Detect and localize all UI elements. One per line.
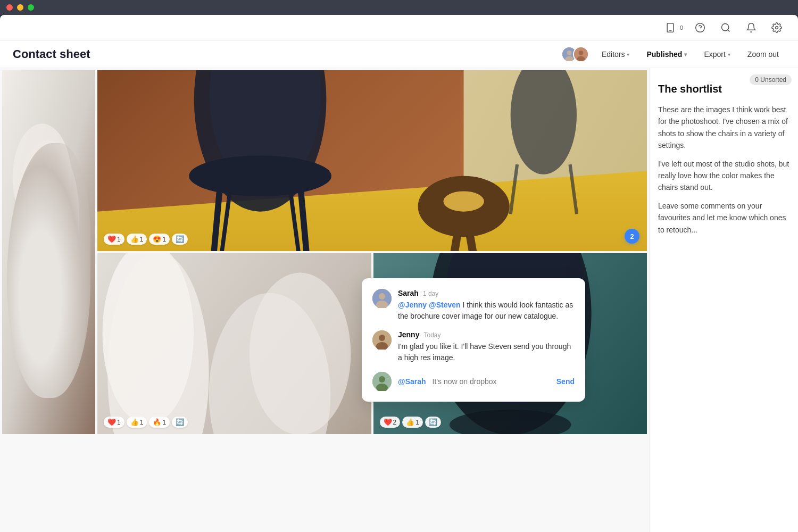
export-button[interactable]: Export ▾	[697, 47, 736, 62]
br-reaction-cycle[interactable]: 🔄	[425, 417, 441, 428]
br-reaction-thumbsup[interactable]: 👍 1	[402, 417, 423, 428]
comment-avatar-steven	[372, 372, 392, 391]
avatar-editor-2	[573, 46, 589, 62]
close-button[interactable]	[6, 4, 13, 11]
svg-point-16	[26, 231, 74, 317]
svg-point-48	[379, 293, 385, 300]
photo-cell-left[interactable]	[2, 70, 95, 434]
svg-rect-13	[2, 70, 95, 434]
svg-point-51	[379, 335, 385, 341]
reaction-heart[interactable]: ❤️ 1	[104, 234, 124, 245]
comment-text-sarah: @Jenny @Steven I think this would look f…	[398, 300, 575, 322]
export-chevron: ▾	[728, 52, 730, 57]
main-content: ❤️ 1 👍 1 😍 1 🔄	[0, 68, 798, 532]
shortlist-para3: Leave some comments on your favourites a…	[658, 200, 789, 236]
phone-badge: 0	[680, 24, 683, 31]
fullscreen-button[interactable]	[28, 4, 34, 11]
zoom-out-button[interactable]: Zoom out	[741, 47, 785, 62]
published-button[interactable]: Published ▾	[640, 47, 693, 62]
app-window: 0 Co	[0, 15, 798, 532]
bottom-right-reactions: ❤️ 2 👍 1 🔄	[380, 417, 441, 428]
phone-icon-group[interactable]: 0	[662, 19, 683, 36]
svg-rect-0	[667, 23, 674, 32]
svg-point-6	[776, 27, 778, 29]
window-chrome	[0, 0, 798, 15]
reaction-love-eyes[interactable]: 😍 1	[149, 234, 170, 245]
comment-author-sarah: Sarah	[398, 289, 419, 297]
shortlist-para2: I've left out most of the studio shots, …	[658, 158, 789, 194]
editors-button[interactable]: Editors ▾	[595, 47, 636, 62]
comment-input-row: @Sarah Send	[372, 372, 575, 391]
comment-avatar-sarah	[372, 289, 392, 308]
comment-avatar-jenny	[372, 330, 392, 350]
toolbar: Contact sheet	[0, 41, 798, 68]
toolbar-right: Editors ▾ Published ▾ Export ▾ Zoom out	[561, 46, 785, 62]
comment-text-jenny: I'm glad you like it. I'll have Steven s…	[398, 341, 575, 363]
published-chevron: ▾	[684, 52, 687, 57]
comment-header-jenny: Jenny Today	[398, 330, 575, 339]
reaction-cycle[interactable]: 🔄	[172, 234, 188, 245]
comment-body-sarah: Sarah 1 day @Jenny @Steven I think this …	[398, 289, 575, 322]
svg-point-41	[250, 273, 351, 434]
unsorted-badge: 0 Unsorted	[750, 74, 792, 85]
svg-point-15	[13, 124, 72, 231]
svg-line-5	[728, 30, 730, 32]
bottom-left-reactions: ❤️ 1 👍 1 🔥 1 🔄	[104, 417, 188, 428]
comment-time-sarah: 1 day	[423, 290, 438, 297]
search-icon[interactable]	[717, 19, 734, 36]
top-icons-bar: 0	[0, 15, 798, 41]
comment-count-bubble[interactable]: 2	[625, 229, 639, 244]
main-image-reactions: ❤️ 1 👍 1 😍 1 🔄	[104, 234, 188, 245]
comment-popup: Sarah 1 day @Jenny @Steven I think this …	[362, 278, 585, 402]
bl-reaction-cycle[interactable]: 🔄	[172, 417, 188, 428]
reaction-thumbsup[interactable]: 👍 1	[127, 234, 147, 245]
send-button[interactable]: Send	[556, 377, 575, 386]
photo-cell-bottom-left[interactable]: ❤️ 1 👍 1 🔥 1 🔄	[97, 253, 371, 434]
svg-point-8	[567, 51, 572, 55]
bl-reaction-fire[interactable]: 🔥 1	[149, 417, 170, 428]
notification-icon[interactable]	[743, 19, 760, 36]
photo-cell-main[interactable]: ❤️ 1 👍 1 😍 1 🔄	[97, 70, 647, 251]
svg-point-54	[379, 376, 385, 383]
svg-point-31	[443, 191, 484, 211]
bl-reaction-thumbsup[interactable]: 👍 1	[127, 417, 147, 428]
mention-steven[interactable]: @Steven	[429, 301, 461, 309]
svg-point-2	[696, 23, 705, 32]
help-icon[interactable]	[692, 19, 709, 36]
comment-time-jenny: Today	[423, 331, 440, 339]
phone-icon[interactable]	[662, 19, 679, 36]
comment-body-jenny: Jenny Today I'm glad you like it. I'll h…	[398, 330, 575, 363]
shortlist-panel: 0 Unsorted The shortlist These are the i…	[649, 68, 798, 532]
bl-reaction-heart[interactable]: ❤️ 1	[104, 417, 124, 428]
input-mention: @Sarah	[398, 377, 426, 386]
editors-chevron: ▾	[627, 52, 629, 57]
svg-point-4	[722, 24, 729, 31]
comment-input-field[interactable]	[433, 377, 550, 386]
br-reaction-heart[interactable]: ❤️ 2	[380, 417, 401, 428]
mention-jenny[interactable]: @Jenny	[398, 301, 427, 309]
comment-jenny: Jenny Today I'm glad you like it. I'll h…	[372, 330, 575, 363]
page-title: Contact sheet	[13, 47, 90, 61]
comment-author-jenny: Jenny	[398, 330, 419, 339]
svg-point-11	[579, 51, 584, 55]
comment-sarah: Sarah 1 day @Jenny @Steven I think this …	[372, 289, 575, 322]
comment-header-sarah: Sarah 1 day	[398, 289, 575, 297]
settings-icon[interactable]	[768, 19, 785, 36]
svg-point-22	[189, 155, 331, 196]
avatar-group	[561, 46, 589, 62]
shortlist-para1: These are the images I think work best f…	[658, 104, 789, 152]
minimize-button[interactable]	[17, 4, 23, 11]
